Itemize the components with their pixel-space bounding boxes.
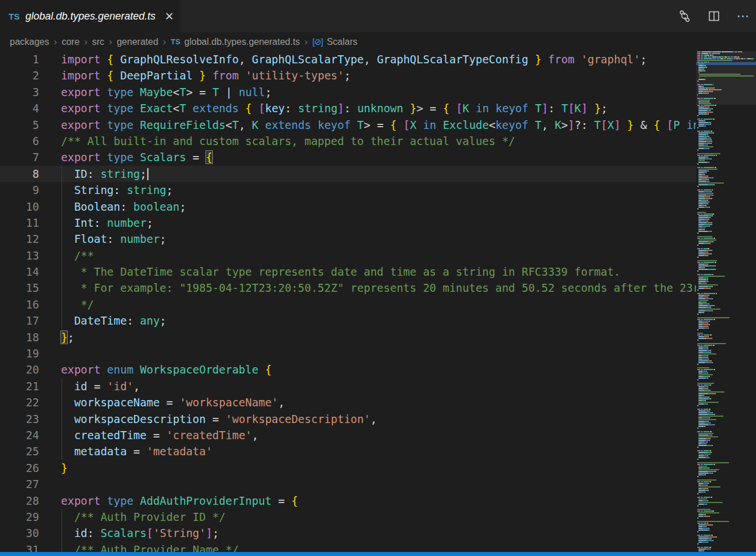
indent-guide [62, 215, 62, 231]
code-line[interactable]: 21 id = 'id', [0, 378, 696, 394]
breadcrumb-file[interactable]: global.db.types.generated.ts [184, 37, 300, 47]
code-line[interactable]: 6/** All built-in and custom scalars, ma… [0, 133, 696, 149]
code-line[interactable]: 20export enum WorkspaceOrderable { [0, 361, 696, 378]
line-number[interactable]: 19 [0, 345, 39, 361]
line-number[interactable]: 17 [0, 313, 39, 329]
code-line[interactable]: 15 * For example: "1985-04-12T23:20:50.5… [0, 280, 696, 296]
code-line[interactable]: 17 DateTime: any; [0, 313, 696, 329]
code-line[interactable]: 2import { DeepPartial } from 'utility-ty… [0, 67, 696, 83]
code-line[interactable]: 14 * The DateTime scalar type represents… [0, 264, 696, 280]
breadcrumb-separator: › [109, 36, 112, 47]
indent-guide [62, 247, 62, 264]
code-line[interactable]: 16 */ [0, 296, 696, 313]
code-line[interactable]: 23 workspaceDescription = 'workspaceDesc… [0, 411, 696, 427]
code-line[interactable]: 4export type Exact<T extends { [key: str… [0, 100, 696, 116]
split-editor-icon[interactable] [707, 9, 721, 23]
code-line[interactable]: 27 [0, 476, 696, 492]
indent-guide [62, 264, 62, 280]
line-number[interactable]: 9 [0, 182, 39, 198]
breadcrumb-folder-core[interactable]: core [62, 37, 79, 47]
breadcrumb-separator: › [54, 36, 58, 47]
status-bar-strip[interactable] [0, 552, 756, 556]
line-number[interactable]: 28 [0, 493, 39, 509]
line-number[interactable]: 6 [0, 133, 39, 149]
line-number[interactable]: 8 [0, 166, 39, 182]
code-line[interactable]: 13 /** [0, 247, 696, 264]
close-icon[interactable]: ✕ [163, 10, 175, 23]
line-number[interactable]: 3 [0, 84, 39, 100]
code-line[interactable]: 12 Float: number; [0, 231, 696, 247]
indent-guide [62, 182, 62, 198]
line-number[interactable]: 20 [0, 361, 39, 378]
code-line[interactable]: 30 id: Scalars['String']; [0, 525, 696, 541]
line-number[interactable]: 25 [0, 443, 39, 459]
line-number[interactable]: 13 [0, 247, 39, 264]
editor-actions: ⋯ [678, 0, 750, 32]
minimap-viewport-slider[interactable] [696, 51, 756, 105]
line-number[interactable]: 1 [0, 51, 39, 67]
breadcrumb-folder-src[interactable]: src [92, 37, 104, 47]
code-line[interactable]: 22 workspaceName = 'workspaceName', [0, 394, 696, 410]
line-number[interactable]: 23 [0, 411, 39, 427]
line-number[interactable]: 24 [0, 427, 39, 443]
line-number[interactable]: 5 [0, 117, 39, 133]
code-line[interactable]: 24 createdTime = 'createdTime', [0, 427, 696, 443]
breadcrumb-symbol[interactable]: Scalars [327, 37, 357, 47]
breadcrumb: packages›core›src›generated› TS global.d… [0, 32, 756, 51]
line-number[interactable]: 12 [0, 231, 39, 247]
tab-title: global.db.types.generated.ts [25, 10, 155, 22]
minimap[interactable] [696, 51, 756, 552]
line-number[interactable]: 16 [0, 296, 39, 313]
line-number[interactable]: 2 [0, 67, 39, 83]
code-line[interactable]: 10 Boolean: boolean; [0, 199, 696, 215]
line-number[interactable]: 21 [0, 378, 39, 394]
indent-guide [62, 411, 62, 427]
indent-guide [62, 525, 62, 541]
line-number[interactable]: 15 [0, 280, 39, 296]
indent-guide [62, 443, 62, 459]
indent-guide [62, 394, 62, 410]
minimap-content [696, 51, 756, 552]
indent-guide [62, 280, 62, 296]
text-cursor [147, 168, 148, 180]
tab-global-db-types[interactable]: TS global.db.types.generated.ts ✕ [0, 0, 180, 32]
more-actions-icon[interactable]: ⋯ [736, 9, 750, 23]
line-number[interactable]: 10 [0, 199, 39, 215]
indent-guide [62, 166, 62, 182]
code-line[interactable]: 19 [0, 345, 696, 361]
code-line[interactable]: 5export type RequireFields<T, K extends … [0, 117, 696, 133]
indent-guide [62, 296, 62, 313]
line-number[interactable]: 22 [0, 394, 39, 410]
code-line[interactable]: 7export type Scalars = { [0, 149, 696, 165]
indent-guide [62, 199, 62, 215]
line-number[interactable]: 14 [0, 264, 39, 280]
breadcrumb-folder-packages[interactable]: packages [10, 37, 49, 47]
breadcrumb-separator: › [163, 36, 166, 47]
breadcrumb-separator: › [84, 36, 87, 47]
line-number[interactable]: 26 [0, 460, 39, 476]
line-number[interactable]: 30 [0, 525, 39, 541]
code-line[interactable]: 28export type AddAuthProviderInput = { [0, 493, 696, 509]
line-number[interactable]: 27 [0, 476, 39, 492]
breadcrumb-folder-generated[interactable]: generated [117, 37, 158, 47]
typescript-file-icon: TS [9, 12, 20, 21]
code-line[interactable]: 29 /** Auth Provider ID */ [0, 509, 696, 525]
code-line[interactable]: 18}; [0, 329, 696, 345]
line-number[interactable]: 4 [0, 100, 39, 116]
editor[interactable]: 1import { GraphQLResolveInfo, GraphQLSca… [0, 51, 696, 556]
line-number[interactable]: 11 [0, 215, 39, 231]
open-changes-icon[interactable] [678, 9, 692, 23]
code-line[interactable]: 8 ID: string; [0, 166, 696, 182]
line-number[interactable]: 18 [0, 329, 39, 345]
code-line[interactable]: 25 metadata = 'metadata' [0, 443, 696, 459]
indent-guide [62, 231, 62, 247]
indent-guide [62, 427, 62, 443]
indent-guide [62, 378, 62, 394]
code-line[interactable]: 11 Int: number; [0, 215, 696, 231]
line-number[interactable]: 7 [0, 149, 39, 165]
code-line[interactable]: 9 String: string; [0, 182, 696, 198]
code-line[interactable]: 3export type Maybe<T> = T | null; [0, 84, 696, 100]
code-line[interactable]: 1import { GraphQLResolveInfo, GraphQLSca… [0, 51, 696, 67]
line-number[interactable]: 29 [0, 509, 39, 525]
code-line[interactable]: 26} [0, 460, 696, 476]
